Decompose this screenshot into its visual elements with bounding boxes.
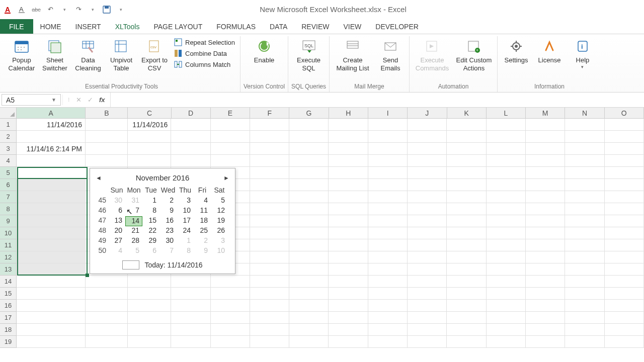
execute-commands-button[interactable]: Execute Commands xyxy=(413,36,452,74)
row-header[interactable]: 15 xyxy=(0,288,17,300)
cell[interactable] xyxy=(605,300,644,312)
cell[interactable] xyxy=(447,324,486,336)
cell[interactable] xyxy=(565,312,604,324)
tab-review[interactable]: REVIEW xyxy=(294,19,336,34)
cell[interactable] xyxy=(171,312,210,324)
calendar-day[interactable]: 2 xyxy=(159,196,177,206)
data-cleaning-button[interactable]: Data Cleaning xyxy=(72,36,104,74)
calendar-day[interactable]: 5 xyxy=(125,246,142,256)
cell[interactable] xyxy=(211,143,250,155)
cell[interactable] xyxy=(447,288,486,300)
cell[interactable] xyxy=(487,179,526,191)
cell[interactable] xyxy=(447,227,486,239)
cell[interactable] xyxy=(329,119,368,131)
cell[interactable] xyxy=(408,336,447,348)
cell[interactable]: 11/14/16 2:14 PM xyxy=(17,143,86,155)
col-header-F[interactable]: F xyxy=(250,108,289,119)
cell[interactable] xyxy=(17,312,86,324)
row-header[interactable]: 19 xyxy=(0,336,17,348)
cell[interactable] xyxy=(128,312,171,324)
cell[interactable] xyxy=(368,119,408,131)
cell[interactable] xyxy=(368,167,408,179)
underline-icon[interactable]: A xyxy=(17,5,27,15)
cell[interactable] xyxy=(128,131,171,143)
cell[interactable] xyxy=(605,227,644,239)
cell[interactable] xyxy=(329,288,368,300)
row-header[interactable]: 13 xyxy=(0,263,17,276)
cell[interactable] xyxy=(368,227,408,239)
cell[interactable] xyxy=(408,143,447,155)
cell[interactable] xyxy=(329,276,368,288)
cell[interactable] xyxy=(368,288,408,300)
cell[interactable] xyxy=(171,119,210,131)
calendar-day[interactable]: 24 xyxy=(177,226,194,236)
cell[interactable] xyxy=(605,143,644,155)
cell[interactable] xyxy=(289,191,329,203)
col-header-N[interactable]: N xyxy=(565,108,604,119)
cell[interactable] xyxy=(128,336,171,348)
cell[interactable]: 11/14/2016 xyxy=(128,119,171,131)
calendar-day[interactable]: 7 xyxy=(125,206,142,216)
row-header[interactable]: 18 xyxy=(0,324,17,336)
cell[interactable] xyxy=(250,263,289,276)
cell[interactable] xyxy=(605,191,644,203)
tab-page-layout[interactable]: PAGE LAYOUT xyxy=(146,19,209,34)
edit-custom-actions-button[interactable]: +Edit Custom Actions xyxy=(454,36,494,74)
cell[interactable] xyxy=(250,239,289,251)
cell[interactable] xyxy=(86,300,128,312)
enable-vc-button[interactable]: Enable xyxy=(249,36,280,66)
cell[interactable] xyxy=(171,276,210,288)
calendar-day[interactable]: 5 xyxy=(211,196,228,206)
cell[interactable] xyxy=(487,167,526,179)
cell[interactable] xyxy=(526,263,565,276)
cell[interactable] xyxy=(368,336,408,348)
cell[interactable] xyxy=(250,131,289,143)
cell[interactable] xyxy=(565,215,604,227)
cell[interactable] xyxy=(447,336,486,348)
col-header-B[interactable]: B xyxy=(86,108,128,119)
cell[interactable] xyxy=(171,143,210,155)
cell[interactable] xyxy=(329,324,368,336)
cell[interactable] xyxy=(565,155,604,167)
cell[interactable] xyxy=(171,155,210,167)
cell[interactable] xyxy=(526,119,565,131)
calendar-today-label[interactable]: Today: 11/14/2016 xyxy=(144,261,202,269)
cell[interactable] xyxy=(447,251,486,263)
row-header[interactable]: 2 xyxy=(0,131,17,143)
cell[interactable] xyxy=(565,276,604,288)
row-header[interactable]: 14 xyxy=(0,276,17,288)
cell[interactable] xyxy=(86,155,128,167)
cell[interactable] xyxy=(171,324,210,336)
row-header[interactable]: 1 xyxy=(0,119,17,131)
cell[interactable] xyxy=(526,300,565,312)
row-header[interactable]: 3 xyxy=(0,143,17,155)
cell[interactable] xyxy=(250,288,289,300)
cell[interactable] xyxy=(211,276,250,288)
file-tab[interactable]: FILE xyxy=(0,19,33,34)
cell[interactable] xyxy=(17,239,86,251)
cell[interactable] xyxy=(211,336,250,348)
cell[interactable] xyxy=(408,288,447,300)
tab-home[interactable]: HOME xyxy=(33,19,68,34)
calendar-day[interactable]: 31 xyxy=(125,196,142,206)
cell[interactable] xyxy=(565,131,604,143)
cell[interactable] xyxy=(86,131,128,143)
cell[interactable] xyxy=(408,239,447,251)
strikethrough-icon[interactable]: abc xyxy=(31,5,41,15)
cell[interactable] xyxy=(487,131,526,143)
cell[interactable] xyxy=(289,300,329,312)
fx-icon[interactable]: fx xyxy=(99,96,105,104)
cell[interactable] xyxy=(368,300,408,312)
cell[interactable] xyxy=(289,324,329,336)
calendar-day[interactable]: 27 xyxy=(108,236,125,246)
cell[interactable] xyxy=(17,155,86,167)
cell[interactable] xyxy=(605,263,644,276)
row-header[interactable]: 7 xyxy=(0,191,17,203)
calendar-day[interactable]: 29 xyxy=(142,236,159,246)
cell[interactable] xyxy=(487,288,526,300)
cell[interactable] xyxy=(17,300,86,312)
cell[interactable] xyxy=(487,324,526,336)
redo-dropdown-icon[interactable]: ▾ xyxy=(88,5,98,15)
combine-data-button[interactable]: Combine Data xyxy=(172,48,237,58)
cell[interactable] xyxy=(605,203,644,215)
